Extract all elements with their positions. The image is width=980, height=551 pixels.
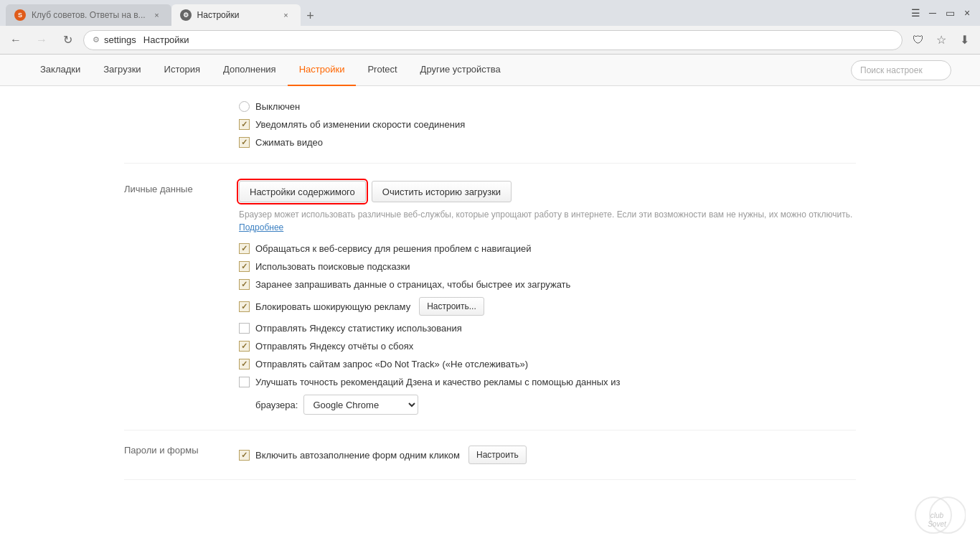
bookmark-icon[interactable]: ☆ bbox=[931, 30, 951, 50]
nav-item-history[interactable]: История bbox=[153, 55, 212, 86]
shield-icon[interactable]: 🛡 bbox=[908, 30, 928, 50]
tab2-close[interactable]: × bbox=[281, 9, 292, 21]
cb-row-navigation: Обращаться к веб-сервису для решения про… bbox=[239, 240, 856, 258]
checkbox-notify[interactable] bbox=[239, 119, 250, 130]
tab1-favicon: S bbox=[14, 9, 26, 21]
label-notify: Уведомлять об изменении скорости соедине… bbox=[255, 119, 465, 130]
close-button[interactable]: × bbox=[960, 6, 974, 20]
nav-item-other-devices[interactable]: Другие устройства bbox=[409, 55, 512, 86]
configure-autofill-button[interactable]: Настроить bbox=[468, 446, 527, 464]
checkbox-disabled[interactable] bbox=[239, 101, 250, 112]
label-crash: Отправлять Яндексу отчёты о сбоях bbox=[255, 341, 413, 352]
settings-content: Выключен Уведомлять об изменении скорост… bbox=[0, 86, 980, 551]
cb-navigation[interactable] bbox=[239, 243, 250, 254]
nav-item-protect[interactable]: Protect bbox=[356, 55, 408, 86]
label-autofill: Включить автозаполнение форм одним клико… bbox=[255, 450, 460, 461]
section-label-personal: Личные данные bbox=[124, 181, 239, 418]
minimize-button[interactable]: ─ bbox=[925, 6, 940, 20]
back-button[interactable]: ← bbox=[6, 30, 26, 50]
label-dnt: Отправлять сайтам запрос «Do Not Track» … bbox=[255, 359, 528, 369]
label-disabled: Выключен bbox=[255, 101, 300, 112]
tab2-label: Настройки bbox=[197, 10, 240, 20]
new-tab-button[interactable]: + bbox=[301, 6, 321, 26]
section-passwords: Пароли и формы Включить автозаполнение ф… bbox=[124, 430, 856, 480]
personal-data-desc: Браузер может использовать различные веб… bbox=[239, 208, 856, 234]
cb-preload[interactable] bbox=[239, 279, 250, 290]
section-content-connection: Выключен Уведомлять об изменении скорост… bbox=[239, 98, 856, 151]
label-search-hints: Использовать поисковые подсказки bbox=[255, 261, 410, 272]
dropdown-label: браузера: bbox=[255, 400, 298, 410]
tab1-close[interactable]: × bbox=[151, 9, 163, 21]
content-settings-button[interactable]: Настройки содержимого bbox=[239, 181, 366, 202]
label-navigation: Обращаться к веб-сервису для решения про… bbox=[255, 243, 532, 254]
search-settings-input[interactable]: Поиск настроек bbox=[851, 60, 951, 80]
nav-item-extensions[interactable]: Дополнения bbox=[212, 55, 288, 86]
cb-row-stats: Отправлять Яндексу статистику использова… bbox=[239, 319, 856, 337]
clear-history-button[interactable]: Очистить историю загрузки bbox=[372, 181, 512, 202]
section-personal-data: Личные данные Настройки содержимого Очис… bbox=[124, 164, 856, 430]
url-bar[interactable]: ⚙ settings Настройки bbox=[83, 30, 903, 50]
cb-crash[interactable] bbox=[239, 341, 250, 352]
more-info-link[interactable]: Подробнее bbox=[239, 222, 283, 232]
nav-item-bookmarks[interactable]: Закладки bbox=[29, 55, 92, 86]
cb-row-crash: Отправлять Яндексу отчёты о сбоях bbox=[239, 337, 856, 355]
browser-dropdown-row: браузера: Google Chrome Яндекс.Браузер F… bbox=[239, 391, 856, 418]
checkbox-row-notify: Уведомлять об изменении скорости соедине… bbox=[239, 116, 856, 133]
download-icon[interactable]: ⬇ bbox=[954, 30, 974, 50]
checkbox-row-compress: Сжимать видео bbox=[239, 133, 856, 151]
cb-row-preload: Заранее запрашивать данные о страницах, … bbox=[239, 276, 856, 293]
svg-text:Sovet: Sovet bbox=[928, 520, 947, 528]
cb-search-hints[interactable] bbox=[239, 261, 250, 272]
search-placeholder: Поиск настроек bbox=[860, 65, 923, 75]
checkbox-row-disabled: Выключен bbox=[239, 98, 856, 116]
label-dzen: Улучшать точность рекомендаций Дзена и к… bbox=[255, 377, 620, 387]
section-connection: Выключен Уведомлять об изменении скорост… bbox=[124, 86, 856, 164]
url-text: Настройки bbox=[143, 34, 189, 45]
cb-block-ads[interactable] bbox=[239, 301, 250, 312]
settings-body: Выключен Уведомлять об изменении скорост… bbox=[95, 86, 885, 509]
label-block-ads: Блокировать шокирующую рекламу bbox=[255, 301, 410, 312]
url-icon: ⚙ bbox=[93, 35, 100, 44]
tab2-favicon: ⚙ bbox=[180, 9, 192, 21]
section-content-personal: Настройки содержимого Очистить историю з… bbox=[239, 181, 856, 418]
cb-dnt[interactable] bbox=[239, 359, 250, 369]
tab-2[interactable]: ⚙ Настройки × bbox=[171, 4, 301, 26]
reload-button[interactable]: ↻ bbox=[57, 30, 77, 50]
browser-frame: S Клуб советов. Ответы на в... × ⚙ Настр… bbox=[0, 0, 980, 551]
label-compress: Сжимать видео bbox=[255, 137, 323, 148]
url-prefix: settings bbox=[104, 34, 136, 45]
section-label-empty bbox=[124, 98, 239, 151]
nav-item-downloads[interactable]: Загрузки bbox=[92, 55, 152, 86]
personal-data-buttons: Настройки содержимого Очистить историю з… bbox=[239, 181, 856, 202]
menu-button[interactable]: ☰ bbox=[908, 6, 923, 20]
cb-row-search-hints: Использовать поисковые подсказки bbox=[239, 258, 856, 276]
cb-row-dzen: Улучшать точность рекомендаций Дзена и к… bbox=[239, 373, 856, 391]
bar-actions: 🛡 ☆ ⬇ bbox=[908, 30, 974, 50]
cb-stats[interactable] bbox=[239, 323, 250, 334]
nav-item-settings[interactable]: Настройки bbox=[288, 55, 357, 86]
checkbox-compress[interactable] bbox=[239, 137, 250, 148]
label-preload: Заранее запрашивать данные о страницах, … bbox=[255, 279, 570, 290]
forward-button: → bbox=[32, 30, 52, 50]
tab1-label: Клуб советов. Ответы на в... bbox=[32, 10, 146, 20]
tab-strip: S Клуб советов. Ответы на в... × ⚙ Настр… bbox=[6, 0, 905, 26]
cb-autofill[interactable] bbox=[239, 450, 250, 461]
tab-1[interactable]: S Клуб советов. Ответы на в... × bbox=[6, 4, 171, 26]
settings-nav: Закладки Загрузки История Дополнения Нас… bbox=[0, 55, 980, 86]
watermark: club Sovet bbox=[908, 494, 966, 537]
cb-dzen[interactable] bbox=[239, 377, 250, 387]
cb-row-block-ads: Блокировать шокирующую рекламу Настроить… bbox=[239, 293, 856, 319]
browser-select[interactable]: Google Chrome Яндекс.Браузер Firefox Ope… bbox=[303, 395, 418, 415]
section-content-passwords: Включить автозаполнение форм одним клико… bbox=[239, 442, 856, 468]
svg-text:club: club bbox=[930, 512, 944, 519]
section-label-passwords: Пароли и формы bbox=[124, 442, 239, 468]
cb-row-dnt: Отправлять сайтам запрос «Do Not Track» … bbox=[239, 355, 856, 373]
restore-button[interactable]: ▭ bbox=[943, 6, 957, 20]
label-stats: Отправлять Яндексу статистику использова… bbox=[255, 323, 462, 334]
address-bar: ← → ↻ ⚙ settings Настройки 🛡 ☆ ⬇ bbox=[0, 26, 980, 55]
cb-row-autofill: Включить автозаполнение форм одним клико… bbox=[239, 442, 856, 468]
window-controls: ☰ ─ ▭ × bbox=[908, 6, 974, 20]
configure-ads-button[interactable]: Настроить... bbox=[419, 297, 484, 316]
title-bar: S Клуб советов. Ответы на в... × ⚙ Настр… bbox=[0, 0, 980, 26]
